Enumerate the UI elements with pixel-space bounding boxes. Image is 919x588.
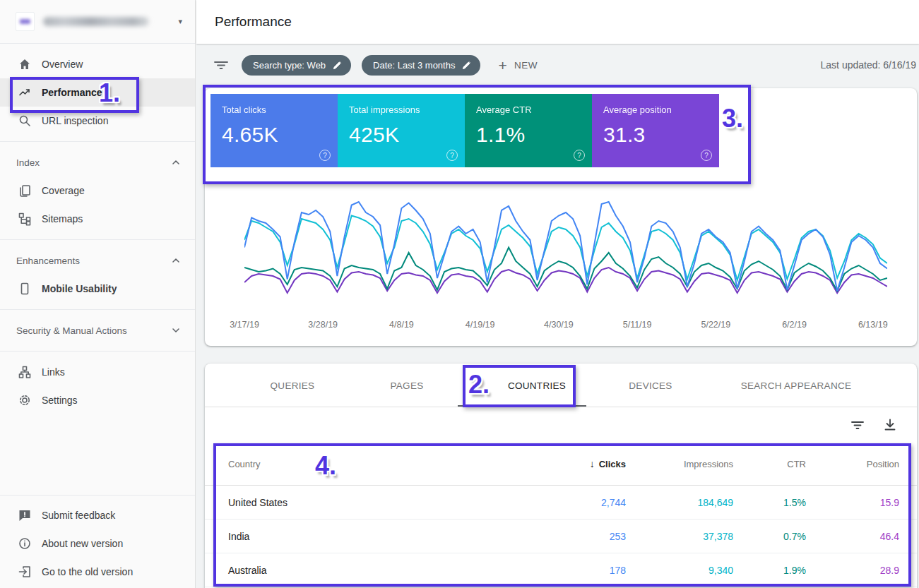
sidebar-item-links[interactable]: Links <box>0 358 195 386</box>
sidebar-section-index[interactable]: Index <box>0 148 195 176</box>
table-header-row: Country ↓Clicks Impressions CTR Position <box>205 443 917 486</box>
chevron-up-icon <box>171 256 181 265</box>
average-ctr-card[interactable]: Average CTR 1.1% ? <box>465 94 592 167</box>
table-row[interactable]: Australia1789,3401.9%28.9 <box>205 553 917 587</box>
property-selector[interactable]: ▾ <box>0 0 195 44</box>
help-icon[interactable]: ? <box>319 150 331 161</box>
sidebar-section-security-manual-actions[interactable]: Security & Manual Actions <box>0 316 195 344</box>
help-icon[interactable]: ? <box>701 150 712 161</box>
metric-value: 4.65K <box>222 123 326 147</box>
new-filter-button[interactable]: + NEW <box>498 58 537 73</box>
column-header-ctr[interactable]: CTR <box>733 459 806 469</box>
sidebar-item-submit-feedback[interactable]: Submit feedback <box>0 501 195 529</box>
sidebar: ▾ Overview Performance URL inspection In… <box>0 0 196 588</box>
metric-value: 31.3 <box>603 123 708 147</box>
home-icon <box>18 57 32 71</box>
total-clicks-card[interactable]: Total clicks 4.65K ? <box>211 94 338 167</box>
sidebar-item-coverage[interactable]: Coverage <box>0 176 195 205</box>
filter-icon[interactable] <box>213 59 229 71</box>
sort-descending-icon: ↓ <box>590 458 595 469</box>
sidebar-section-enhancements[interactable]: Enhancements <box>0 246 195 275</box>
table-row[interactable]: India25337,3780.7%46.4 <box>205 520 917 553</box>
sidebar-item-url-inspection[interactable]: URL inspection <box>0 107 195 135</box>
table-row[interactable]: United States2,744184,6491.5%15.9 <box>205 486 917 520</box>
download-icon[interactable] <box>883 418 897 432</box>
sidebar-item-label: Go to the old version <box>42 566 133 577</box>
sidebar-item-mobile-usability[interactable]: Mobile Usability <box>0 275 195 303</box>
cell-clicks: 253 <box>506 531 626 542</box>
sidebar-item-settings[interactable]: Settings <box>0 386 195 414</box>
section-label: Security & Manual Actions <box>16 325 127 336</box>
sidebar-item-go-to-old-version[interactable]: Go to the old version <box>0 558 195 586</box>
x-axis-tick-label: 3/28/19 <box>308 320 338 330</box>
cell-ctr: 1.5% <box>733 497 806 508</box>
help-icon[interactable]: ? <box>446 150 458 161</box>
cell-clicks: 2,744 <box>506 497 626 508</box>
total-impressions-card[interactable]: Total impressions 425K ? <box>338 94 465 167</box>
sidebar-item-label: Overview <box>42 59 83 70</box>
sidebar-item-label: Performance <box>42 87 102 98</box>
page-header: Performance <box>196 0 919 44</box>
average-position-card[interactable]: Average position 31.3 ? <box>592 94 719 167</box>
sidebar-item-label: Mobile Usability <box>42 283 117 294</box>
metric-label: Total clicks <box>222 104 326 115</box>
column-header-clicks[interactable]: ↓Clicks <box>506 458 626 469</box>
chart-plot-area[interactable] <box>244 196 887 310</box>
page-title: Performance <box>215 14 292 30</box>
cell-position: 46.4 <box>806 531 899 542</box>
chevron-up-icon <box>171 157 181 167</box>
sitemaps-tree-icon <box>18 212 32 226</box>
cell-impressions: 37,378 <box>626 531 733 542</box>
new-label: NEW <box>514 60 538 71</box>
exit-to-app-icon <box>18 565 32 579</box>
tab-pages[interactable]: PAGES <box>390 364 423 407</box>
performance-chart <box>244 196 887 310</box>
sidebar-footer: Submit feedback About new version Go to … <box>0 495 195 586</box>
x-axis-tick-label: 3/17/19 <box>230 320 259 330</box>
help-icon[interactable]: ? <box>574 150 585 161</box>
sidebar-item-sitemaps[interactable]: Sitemaps <box>0 205 195 233</box>
sidebar-item-about-new-version[interactable]: About new version <box>0 529 195 558</box>
x-axis-tick-label: 6/13/19 <box>858 320 888 330</box>
performance-trend-icon <box>18 85 32 100</box>
x-axis-tick-label: 5/11/19 <box>623 320 652 330</box>
x-axis-tick-label: 4/8/19 <box>389 320 414 330</box>
cell-clicks: 178 <box>506 565 626 576</box>
metrics-row: Total clicks 4.65K ? Total impressions 4… <box>211 94 719 167</box>
x-axis-tick-label: 5/22/19 <box>701 320 730 330</box>
column-header-position[interactable]: Position <box>806 459 899 469</box>
links-tree-icon <box>18 365 32 379</box>
sidebar-item-label: Sitemaps <box>42 213 83 224</box>
sidebar-item-overview[interactable]: Overview <box>0 50 195 78</box>
table-filter-icon[interactable] <box>850 418 865 432</box>
chip-label: Date: Last 3 months <box>373 60 455 71</box>
tab-devices[interactable]: DEVICES <box>629 364 672 407</box>
sidebar-item-label: Links <box>42 366 65 378</box>
divider <box>0 495 195 496</box>
metric-label: Average position <box>603 104 708 115</box>
x-axis-tick-label: 4/19/19 <box>466 320 495 330</box>
metric-value: 1.1% <box>476 123 581 147</box>
edit-pencil-icon <box>462 61 471 70</box>
chart-series-impressions <box>244 216 887 281</box>
property-favicon <box>16 12 35 31</box>
column-header-country[interactable]: Country <box>228 459 506 469</box>
column-header-impressions[interactable]: Impressions <box>626 459 733 469</box>
chevron-down-icon <box>171 325 181 335</box>
cell-country: Australia <box>228 565 506 576</box>
mobile-phone-icon <box>18 282 32 296</box>
metric-label: Total impressions <box>349 104 453 115</box>
sidebar-item-label: Submit feedback <box>42 510 115 521</box>
cell-impressions: 184,649 <box>626 497 733 508</box>
metric-value: 425K <box>349 123 453 147</box>
sidebar-item-label: URL inspection <box>42 115 108 126</box>
date-range-chip[interactable]: Date: Last 3 months <box>362 55 480 76</box>
tab-search-appearance[interactable]: SEARCH APPEARANCE <box>741 364 852 407</box>
property-dropdown-caret-icon[interactable]: ▾ <box>178 17 182 26</box>
feedback-icon <box>18 508 32 522</box>
tab-queries[interactable]: QUERIES <box>271 364 315 407</box>
search-type-chip[interactable]: Search type: Web <box>242 55 351 76</box>
sidebar-item-performance[interactable]: Performance <box>0 78 195 107</box>
tab-countries[interactable]: COUNTRIES <box>508 364 566 407</box>
coverage-pages-icon <box>18 184 32 198</box>
